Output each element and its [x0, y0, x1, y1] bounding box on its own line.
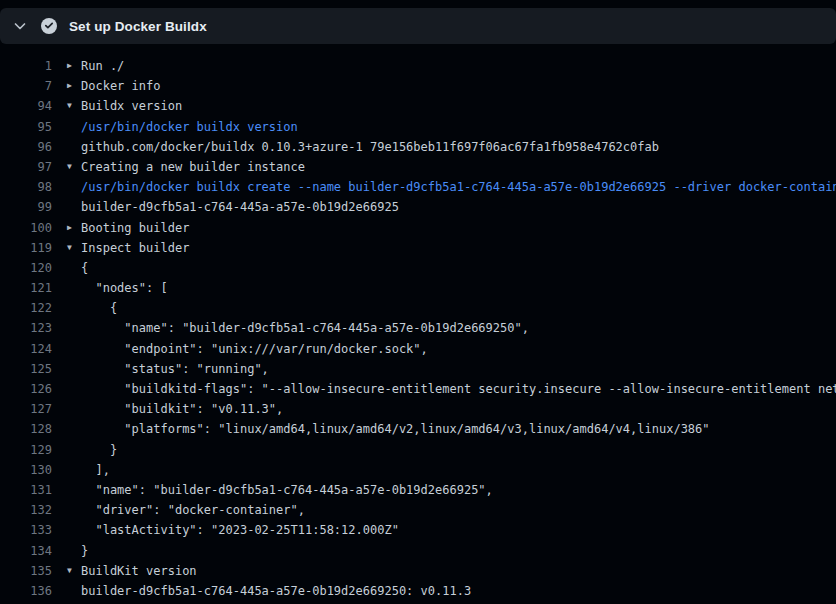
- log-line: 124 "endpoint": "unix:///var/run/docker.…: [0, 339, 836, 359]
- log-text: "platforms": "linux/amd64,linux/amd64/v2…: [81, 419, 710, 439]
- log-line: 128 "platforms": "linux/amd64,linux/amd6…: [0, 419, 836, 439]
- line-number[interactable]: 1: [0, 56, 52, 76]
- log-text: Run ./: [81, 56, 124, 76]
- log-text: Creating a new builder instance: [81, 157, 305, 177]
- group-toggle-icon: [67, 500, 81, 520]
- log-text: builder-d9cfb5a1-c764-445a-a57e-0b19d2e6…: [81, 581, 471, 601]
- group-toggle-icon: [67, 379, 81, 399]
- line-number[interactable]: 122: [0, 298, 52, 318]
- triangle-down-icon[interactable]: ▼: [67, 561, 81, 581]
- group-toggle-icon: [67, 541, 81, 561]
- line-number[interactable]: 132: [0, 500, 52, 520]
- line-number[interactable]: 96: [0, 137, 52, 157]
- line-number[interactable]: 100: [0, 218, 52, 238]
- log-text: "buildkitd-flags": "--allow-insecure-ent…: [81, 379, 836, 399]
- triangle-down-icon[interactable]: ▼: [67, 96, 81, 116]
- triangle-down-icon[interactable]: ▼: [67, 157, 81, 177]
- log-text: github.com/docker/buildx 0.10.3+azure-1 …: [81, 137, 659, 157]
- log-text: builder-d9cfb5a1-c764-445a-a57e-0b19d2e6…: [81, 197, 399, 217]
- triangle-down-icon[interactable]: ▼: [67, 238, 81, 258]
- log-line: 125 "status": "running",: [0, 359, 836, 379]
- line-number[interactable]: 126: [0, 379, 52, 399]
- line-number[interactable]: 130: [0, 460, 52, 480]
- log-text: Docker info: [81, 76, 160, 96]
- log-text: "endpoint": "unix:///var/run/docker.sock…: [81, 339, 428, 359]
- group-toggle-icon: [67, 197, 81, 217]
- group-toggle-icon: [67, 177, 81, 197]
- log-container: 1 ▶ Run ./ 7 ▶ Docker info 94 ▼ Buildx v…: [0, 56, 836, 601]
- group-toggle-icon: [67, 440, 81, 460]
- group-toggle-icon: [67, 460, 81, 480]
- chevron-down-icon[interactable]: [12, 18, 28, 34]
- log-line: 136 builder-d9cfb5a1-c764-445a-a57e-0b19…: [0, 581, 836, 601]
- triangle-right-icon[interactable]: ▶: [67, 56, 81, 76]
- log-line: 126 "buildkitd-flags": "--allow-insecure…: [0, 379, 836, 399]
- line-number[interactable]: 98: [0, 177, 52, 197]
- line-number[interactable]: 134: [0, 541, 52, 561]
- log-text: "name": "builder-d9cfb5a1-c764-445a-a57e…: [81, 480, 493, 500]
- line-number[interactable]: 120: [0, 258, 52, 278]
- step-header[interactable]: Set up Docker Buildx: [0, 8, 836, 44]
- group-toggle-icon: [67, 520, 81, 540]
- group-toggle-icon: [67, 117, 81, 137]
- line-number[interactable]: 129: [0, 440, 52, 460]
- log-line[interactable]: 135 ▼ BuildKit version: [0, 561, 836, 581]
- line-number[interactable]: 135: [0, 561, 52, 581]
- log-line: 121 "nodes": [: [0, 278, 836, 298]
- log-line: 122 {: [0, 298, 836, 318]
- log-line: 133 "lastActivity": "2023-02-25T11:58:12…: [0, 520, 836, 540]
- group-toggle-icon: [67, 258, 81, 278]
- check-circle-icon: [41, 18, 57, 34]
- log-line: 129 }: [0, 440, 836, 460]
- log-text: "status": "running",: [81, 359, 269, 379]
- log-text: "name": "builder-d9cfb5a1-c764-445a-a57e…: [81, 318, 529, 338]
- line-number[interactable]: 97: [0, 157, 52, 177]
- log-text: "lastActivity": "2023-02-25T11:58:12.000…: [81, 520, 399, 540]
- group-toggle-icon: [67, 298, 81, 318]
- log-line[interactable]: 1 ▶ Run ./: [0, 56, 836, 76]
- line-number[interactable]: 128: [0, 419, 52, 439]
- log-line: 95 /usr/bin/docker buildx version: [0, 117, 836, 137]
- line-number[interactable]: 121: [0, 278, 52, 298]
- log-text: "nodes": [: [81, 278, 168, 298]
- log-line[interactable]: 97 ▼ Creating a new builder instance: [0, 157, 836, 177]
- line-number[interactable]: 119: [0, 238, 52, 258]
- line-number[interactable]: 124: [0, 339, 52, 359]
- log-line: 132 "driver": "docker-container",: [0, 500, 836, 520]
- log-line[interactable]: 7 ▶ Docker info: [0, 76, 836, 96]
- line-number[interactable]: 131: [0, 480, 52, 500]
- log-text: ],: [81, 460, 110, 480]
- log-line: 134 }: [0, 541, 836, 561]
- group-toggle-icon: [67, 278, 81, 298]
- line-number[interactable]: 7: [0, 76, 52, 96]
- line-number[interactable]: 123: [0, 318, 52, 338]
- log-text: Inspect builder: [81, 238, 189, 258]
- log-line[interactable]: 119 ▼ Inspect builder: [0, 238, 836, 258]
- group-toggle-icon: [67, 137, 81, 157]
- log-line[interactable]: 100 ▶ Booting builder: [0, 218, 836, 238]
- triangle-right-icon[interactable]: ▶: [67, 76, 81, 96]
- group-toggle-icon: [67, 399, 81, 419]
- line-number[interactable]: 94: [0, 96, 52, 116]
- log-line: 96 github.com/docker/buildx 0.10.3+azure…: [0, 137, 836, 157]
- log-line: 120 {: [0, 258, 836, 278]
- log-line: 127 "buildkit": "v0.11.3",: [0, 399, 836, 419]
- group-toggle-icon: [67, 581, 81, 601]
- log-line: 131 "name": "builder-d9cfb5a1-c764-445a-…: [0, 480, 836, 500]
- line-number[interactable]: 99: [0, 197, 52, 217]
- log-text: {: [81, 258, 88, 278]
- log-text: /usr/bin/docker buildx create --name bui…: [81, 177, 836, 197]
- log-text: Buildx version: [81, 96, 182, 116]
- triangle-right-icon[interactable]: ▶: [67, 218, 81, 238]
- log-text: {: [81, 298, 117, 318]
- line-number[interactable]: 136: [0, 581, 52, 601]
- line-number[interactable]: 127: [0, 399, 52, 419]
- line-number[interactable]: 133: [0, 520, 52, 540]
- line-number[interactable]: 125: [0, 359, 52, 379]
- line-number[interactable]: 95: [0, 117, 52, 137]
- group-toggle-icon: [67, 339, 81, 359]
- log-line[interactable]: 94 ▼ Buildx version: [0, 96, 836, 116]
- log-text: /usr/bin/docker buildx version: [81, 117, 298, 137]
- group-toggle-icon: [67, 318, 81, 338]
- log-text: BuildKit version: [81, 561, 197, 581]
